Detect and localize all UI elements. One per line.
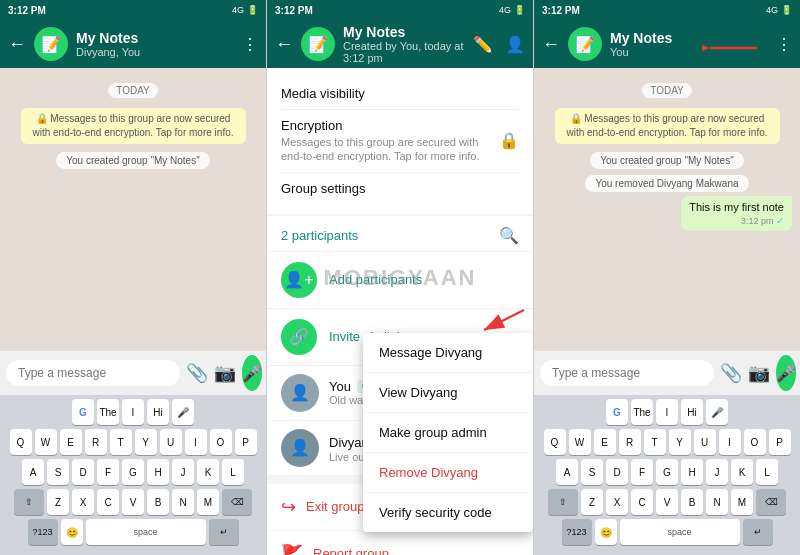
left-space-key[interactable]: space [86, 519, 206, 545]
right-key-p[interactable]: P [769, 429, 791, 455]
left-attach-icon[interactable]: 📎 [186, 362, 208, 384]
left-key-b[interactable]: B [147, 489, 169, 515]
left-suggestion-the[interactable]: The [97, 399, 119, 425]
left-num-key[interactable]: ?123 [28, 519, 58, 545]
right-key-w[interactable]: W [569, 429, 591, 455]
middle-back-button[interactable]: ← [275, 34, 293, 55]
right-more-icon[interactable]: ⋮ [776, 35, 792, 54]
right-key-n[interactable]: N [706, 489, 728, 515]
right-key-r[interactable]: R [619, 429, 641, 455]
right-key-q[interactable]: Q [544, 429, 566, 455]
left-key-q[interactable]: Q [10, 429, 32, 455]
right-key-z[interactable]: Z [581, 489, 603, 515]
right-key-e[interactable]: E [594, 429, 616, 455]
left-key-o[interactable]: O [210, 429, 232, 455]
left-key-l[interactable]: L [222, 459, 244, 485]
right-key-g2[interactable]: G [656, 459, 678, 485]
left-key-z[interactable]: Z [47, 489, 69, 515]
left-camera-icon[interactable]: 📷 [214, 362, 236, 384]
right-suggestion-the[interactable]: The [631, 399, 653, 425]
left-suggestion-hi[interactable]: Hi [147, 399, 169, 425]
middle-add-person-icon[interactable]: 👤 [505, 35, 525, 54]
right-space-key[interactable]: space [620, 519, 740, 545]
context-remove-divyang[interactable]: Remove Divyang [363, 453, 533, 493]
right-key-a[interactable]: A [556, 459, 578, 485]
left-key-r[interactable]: R [85, 429, 107, 455]
right-key-d[interactable]: D [606, 459, 628, 485]
right-key-s[interactable]: S [581, 459, 603, 485]
middle-edit-icon[interactable]: ✏️ [473, 35, 493, 54]
encryption-item[interactable]: Encryption Messages to this group are se… [281, 110, 519, 173]
right-attach-icon[interactable]: 📎 [720, 362, 742, 384]
left-key-w[interactable]: W [35, 429, 57, 455]
left-back-button[interactable]: ← [8, 34, 26, 55]
right-key-v[interactable]: V [656, 489, 678, 515]
left-shift-key[interactable]: ⇧ [14, 489, 44, 515]
right-key-m[interactable]: M [731, 489, 753, 515]
left-call-icon[interactable]: ⋮ [242, 35, 258, 54]
left-key-t[interactable]: T [110, 429, 132, 455]
left-suggestion-i[interactable]: I [122, 399, 144, 425]
left-key-x[interactable]: X [72, 489, 94, 515]
left-key-g2[interactable]: G [122, 459, 144, 485]
right-key-y[interactable]: Y [669, 429, 691, 455]
media-visibility-item[interactable]: Media visibility [281, 78, 519, 110]
left-key-h[interactable]: H [147, 459, 169, 485]
right-key-h[interactable]: H [681, 459, 703, 485]
right-key-b[interactable]: B [681, 489, 703, 515]
left-key-a[interactable]: A [22, 459, 44, 485]
right-emoji-key[interactable]: 😊 [595, 519, 617, 545]
left-key-e[interactable]: E [60, 429, 82, 455]
left-key-y[interactable]: Y [135, 429, 157, 455]
right-key-x[interactable]: X [606, 489, 628, 515]
left-message-input[interactable] [6, 360, 180, 386]
left-key-v[interactable]: V [122, 489, 144, 515]
right-suggestion-i[interactable]: I [656, 399, 678, 425]
right-key-j[interactable]: J [706, 459, 728, 485]
left-key-f[interactable]: F [97, 459, 119, 485]
right-key-g[interactable]: G [606, 399, 628, 425]
left-key-s[interactable]: S [47, 459, 69, 485]
search-participants-icon[interactable]: 🔍 [499, 226, 519, 245]
right-delete-key[interactable]: ⌫ [756, 489, 786, 515]
right-camera-icon[interactable]: 📷 [748, 362, 770, 384]
right-suggestion-hi[interactable]: Hi [681, 399, 703, 425]
left-delete-key[interactable]: ⌫ [222, 489, 252, 515]
left-key-u[interactable]: U [160, 429, 182, 455]
left-mic-button[interactable]: 🎤 [242, 355, 262, 391]
left-key-g[interactable]: G [72, 399, 94, 425]
context-verify-security[interactable]: Verify security code [363, 493, 533, 532]
right-key-k[interactable]: K [731, 459, 753, 485]
context-view-divyang[interactable]: View Divyang [363, 373, 533, 413]
group-settings-item[interactable]: Group settings [281, 173, 519, 204]
left-key-d[interactable]: D [72, 459, 94, 485]
add-participants-row[interactable]: 👤+ Add participants [267, 252, 533, 309]
right-message-input[interactable] [540, 360, 714, 386]
right-key-l[interactable]: L [756, 459, 778, 485]
left-enter-key[interactable]: ↵ [209, 519, 239, 545]
context-make-admin[interactable]: Make group admin [363, 413, 533, 453]
right-enter-key[interactable]: ↵ [743, 519, 773, 545]
left-mic-key[interactable]: 🎤 [172, 399, 194, 425]
left-key-p[interactable]: P [235, 429, 257, 455]
right-key-c[interactable]: C [631, 489, 653, 515]
report-group-row[interactable]: 🚩 Report group [267, 531, 533, 555]
left-emoji-key[interactable]: 😊 [61, 519, 83, 545]
right-key-o[interactable]: O [744, 429, 766, 455]
right-key-u[interactable]: U [694, 429, 716, 455]
right-mic-key[interactable]: 🎤 [706, 399, 728, 425]
context-message-divyang[interactable]: Message Divyang [363, 333, 533, 373]
right-shift-key[interactable]: ⇧ [548, 489, 578, 515]
left-key-n[interactable]: N [172, 489, 194, 515]
left-key-c[interactable]: C [97, 489, 119, 515]
right-key-i[interactable]: I [719, 429, 741, 455]
right-mic-button[interactable]: 🎤 [776, 355, 796, 391]
right-key-f[interactable]: F [631, 459, 653, 485]
left-key-i[interactable]: I [185, 429, 207, 455]
right-num-key[interactable]: ?123 [562, 519, 592, 545]
left-key-j[interactable]: J [172, 459, 194, 485]
right-back-button[interactable]: ← [542, 34, 560, 55]
left-key-m[interactable]: M [197, 489, 219, 515]
right-key-t[interactable]: T [644, 429, 666, 455]
left-key-k[interactable]: K [197, 459, 219, 485]
